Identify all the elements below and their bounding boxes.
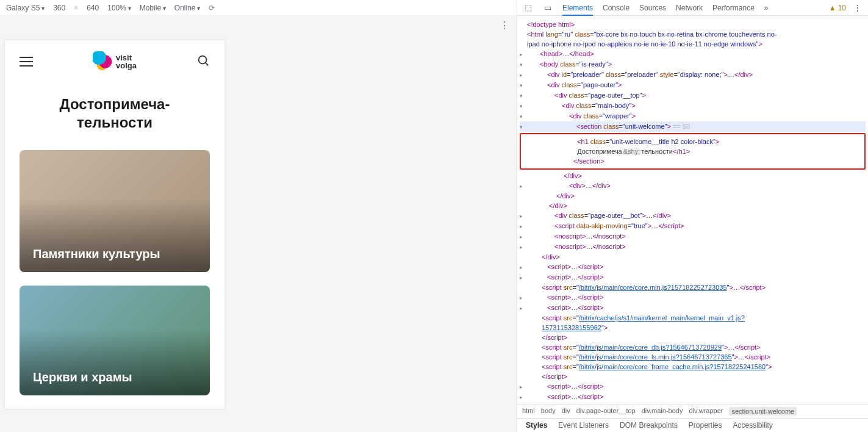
- category-card-churches[interactable]: Церкви и храмы: [20, 286, 210, 395]
- dom-tree[interactable]: <!doctype html> <html lang="ru" class="b…: [517, 16, 868, 404]
- device-select[interactable]: Galaxy S5: [6, 4, 45, 12]
- selected-dom-node[interactable]: <section class="unit-welcome"> == $0: [520, 121, 866, 132]
- tab-properties[interactable]: Properties: [689, 421, 722, 430]
- tab-accessibility[interactable]: Accessibility: [733, 421, 772, 430]
- devtools-panel: ⬚ ▭ Elements Console Sources Network Per…: [517, 0, 868, 432]
- viewport-height-input[interactable]: 640: [87, 4, 99, 12]
- devtools-menu-icon[interactable]: ⋮: [852, 3, 862, 13]
- logo-icon: [93, 51, 113, 72]
- hamburger-menu-button[interactable]: [20, 57, 33, 67]
- inspect-element-icon[interactable]: ⬚: [523, 3, 533, 13]
- mobile-viewport: visit volga Достопримеча- тельности Памя…: [5, 40, 224, 409]
- viewport-width-input[interactable]: 360: [53, 4, 65, 12]
- tabs-overflow[interactable]: »: [764, 4, 769, 12]
- dom-breadcrumbs[interactable]: html body div div.page-outer__top div.ma…: [517, 404, 868, 418]
- kebab-menu-icon[interactable]: ⋮: [500, 20, 509, 31]
- tab-styles[interactable]: Styles: [526, 421, 547, 430]
- page-title: Достопримеча- тельности: [5, 83, 224, 150]
- logo-text-bottom: volga: [116, 62, 137, 70]
- tab-elements[interactable]: Elements: [562, 4, 593, 12]
- card-label: Памятники культуры: [20, 236, 174, 272]
- tab-sources[interactable]: Sources: [639, 4, 666, 12]
- styles-pane-tabs: Styles Event Listeners DOM Breakpoints P…: [517, 418, 868, 432]
- svg-line-1: [206, 63, 209, 66]
- devtools-tabs: Elements Console Sources Network Perform…: [562, 4, 769, 12]
- device-type-select[interactable]: Mobile: [140, 4, 166, 12]
- dimension-separator: ×: [74, 4, 78, 12]
- tab-network[interactable]: Network: [676, 4, 703, 12]
- devtools-toolbar: ⬚ ▭ Elements Console Sources Network Per…: [517, 0, 868, 16]
- zoom-select[interactable]: 100%: [107, 4, 131, 12]
- svg-point-0: [199, 56, 207, 64]
- device-preview-panel: Galaxy S5 360 × 640 100% Mobile Online ⟳…: [0, 0, 517, 432]
- device-toolbar: Galaxy S5 360 × 640 100% Mobile Online ⟳: [0, 0, 517, 16]
- category-card-monuments[interactable]: Памятники культуры: [20, 150, 210, 272]
- tab-event-listeners[interactable]: Event Listeners: [558, 421, 609, 430]
- search-button[interactable]: [196, 54, 210, 70]
- tab-performance[interactable]: Performance: [712, 4, 755, 12]
- tab-dom-breakpoints[interactable]: DOM Breakpoints: [620, 421, 678, 430]
- card-label: Церкви и храмы: [20, 359, 146, 395]
- user-highlight-box: <h1 class="unit-welcome__title h2 color-…: [520, 133, 866, 170]
- rotate-icon[interactable]: ⟳: [209, 4, 215, 12]
- tab-console[interactable]: Console: [603, 4, 629, 12]
- warnings-badge[interactable]: ▲ 10: [829, 4, 846, 12]
- search-icon: [196, 54, 210, 67]
- toggle-device-toolbar-icon[interactable]: ▭: [543, 3, 553, 13]
- throttling-select[interactable]: Online: [174, 4, 200, 12]
- site-logo[interactable]: visit volga: [93, 51, 137, 72]
